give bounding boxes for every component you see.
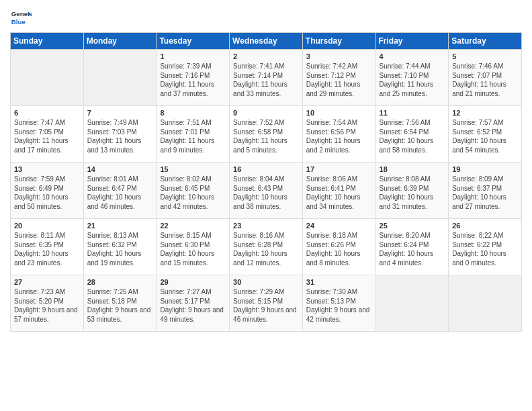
day-info: Sunrise: 8:16 AM Sunset: 6:28 PM Dayligh…	[233, 231, 299, 267]
day-info: Sunrise: 7:29 AM Sunset: 5:15 PM Dayligh…	[233, 287, 299, 324]
col-header-saturday: Saturday	[449, 33, 522, 50]
day-number: 13	[14, 165, 80, 173]
calendar-cell: 29Sunrise: 7:27 AM Sunset: 5:17 PM Dayli…	[157, 275, 230, 332]
day-number: 5	[452, 52, 518, 60]
calendar-cell: 20Sunrise: 8:11 AM Sunset: 6:35 PM Dayli…	[11, 219, 84, 275]
day-info: Sunrise: 8:13 AM Sunset: 6:32 PM Dayligh…	[87, 231, 153, 267]
day-info: Sunrise: 7:54 AM Sunset: 6:56 PM Dayligh…	[306, 118, 372, 154]
calendar-cell	[83, 50, 157, 106]
day-info: Sunrise: 8:06 AM Sunset: 6:41 PM Dayligh…	[306, 175, 372, 211]
calendar-cell	[449, 275, 522, 332]
day-info: Sunrise: 8:22 AM Sunset: 6:22 PM Dayligh…	[452, 231, 518, 267]
calendar-cell: 14Sunrise: 8:01 AM Sunset: 6:47 PM Dayli…	[83, 163, 157, 219]
day-number: 24	[306, 222, 372, 230]
calendar-cell: 22Sunrise: 8:15 AM Sunset: 6:30 PM Dayli…	[157, 219, 230, 275]
day-number: 8	[160, 109, 226, 117]
week-row-4: 20Sunrise: 8:11 AM Sunset: 6:35 PM Dayli…	[11, 219, 522, 275]
calendar-cell: 25Sunrise: 8:20 AM Sunset: 6:24 PM Dayli…	[375, 219, 449, 275]
calendar-cell: 30Sunrise: 7:29 AM Sunset: 5:15 PM Dayli…	[230, 275, 303, 332]
calendar-cell: 5Sunrise: 7:46 AM Sunset: 7:07 PM Daylig…	[449, 50, 522, 106]
calendar-cell: 15Sunrise: 8:02 AM Sunset: 6:45 PM Dayli…	[157, 163, 230, 219]
day-number: 27	[14, 278, 80, 286]
day-info: Sunrise: 7:41 AM Sunset: 7:14 PM Dayligh…	[233, 62, 299, 98]
day-number: 10	[306, 109, 372, 117]
calendar-table: SundayMondayTuesdayWednesdayThursdayFrid…	[10, 32, 522, 332]
calendar-cell: 9Sunrise: 7:52 AM Sunset: 6:58 PM Daylig…	[230, 106, 303, 163]
day-info: Sunrise: 7:23 AM Sunset: 5:20 PM Dayligh…	[14, 287, 80, 324]
day-number: 3	[306, 52, 372, 60]
day-number: 14	[87, 165, 153, 173]
page-header: General Blue	[10, 7, 522, 28]
calendar-cell: 16Sunrise: 8:04 AM Sunset: 6:43 PM Dayli…	[230, 163, 303, 219]
calendar-cell: 1Sunrise: 7:39 AM Sunset: 7:16 PM Daylig…	[157, 50, 230, 106]
col-header-thursday: Thursday	[302, 33, 375, 50]
day-info: Sunrise: 8:02 AM Sunset: 6:45 PM Dayligh…	[160, 175, 226, 211]
day-number: 26	[452, 222, 518, 230]
calendar-cell: 10Sunrise: 7:54 AM Sunset: 6:56 PM Dayli…	[302, 106, 375, 163]
calendar-cell: 12Sunrise: 7:57 AM Sunset: 6:52 PM Dayli…	[449, 106, 522, 163]
day-number: 2	[233, 52, 299, 60]
calendar-cell: 24Sunrise: 8:18 AM Sunset: 6:26 PM Dayli…	[302, 219, 375, 275]
week-row-1: 1Sunrise: 7:39 AM Sunset: 7:16 PM Daylig…	[11, 50, 522, 106]
calendar-cell: 19Sunrise: 8:09 AM Sunset: 6:37 PM Dayli…	[449, 163, 522, 219]
day-info: Sunrise: 7:47 AM Sunset: 7:05 PM Dayligh…	[14, 118, 80, 154]
calendar-cell: 28Sunrise: 7:25 AM Sunset: 5:18 PM Dayli…	[83, 275, 157, 332]
calendar-cell: 23Sunrise: 8:16 AM Sunset: 6:28 PM Dayli…	[230, 219, 303, 275]
day-info: Sunrise: 7:46 AM Sunset: 7:07 PM Dayligh…	[452, 62, 518, 98]
calendar-cell: 3Sunrise: 7:42 AM Sunset: 7:12 PM Daylig…	[302, 50, 375, 106]
day-number: 22	[160, 222, 226, 230]
day-info: Sunrise: 7:25 AM Sunset: 5:18 PM Dayligh…	[87, 287, 153, 324]
calendar-cell: 7Sunrise: 7:49 AM Sunset: 7:03 PM Daylig…	[83, 106, 157, 163]
calendar-cell: 27Sunrise: 7:23 AM Sunset: 5:20 PM Dayli…	[11, 275, 84, 332]
day-info: Sunrise: 7:51 AM Sunset: 7:01 PM Dayligh…	[160, 118, 226, 154]
day-info: Sunrise: 7:39 AM Sunset: 7:16 PM Dayligh…	[160, 62, 226, 98]
day-number: 1	[160, 52, 226, 60]
calendar-cell: 8Sunrise: 7:51 AM Sunset: 7:01 PM Daylig…	[157, 106, 230, 163]
day-number: 31	[306, 278, 372, 286]
day-number: 6	[14, 109, 80, 117]
day-number: 7	[87, 109, 153, 117]
day-number: 28	[87, 278, 153, 286]
day-number: 21	[87, 222, 153, 230]
col-header-monday: Monday	[83, 33, 157, 50]
day-info: Sunrise: 8:01 AM Sunset: 6:47 PM Dayligh…	[87, 175, 153, 211]
day-info: Sunrise: 8:08 AM Sunset: 6:39 PM Dayligh…	[380, 175, 445, 211]
day-number: 25	[380, 222, 445, 230]
day-number: 29	[160, 278, 226, 286]
calendar-cell: 18Sunrise: 8:08 AM Sunset: 6:39 PM Dayli…	[375, 163, 449, 219]
day-number: 4	[380, 52, 445, 60]
svg-text:Blue: Blue	[11, 18, 26, 26]
logo-icon: General Blue	[10, 7, 32, 28]
calendar-cell: 13Sunrise: 7:59 AM Sunset: 6:49 PM Dayli…	[11, 163, 84, 219]
calendar-cell: 21Sunrise: 8:13 AM Sunset: 6:32 PM Dayli…	[83, 219, 157, 275]
day-number: 20	[14, 222, 80, 230]
day-info: Sunrise: 8:04 AM Sunset: 6:43 PM Dayligh…	[233, 175, 299, 211]
day-number: 19	[452, 165, 518, 173]
day-info: Sunrise: 8:20 AM Sunset: 6:24 PM Dayligh…	[380, 231, 445, 267]
day-info: Sunrise: 7:57 AM Sunset: 6:52 PM Dayligh…	[452, 118, 518, 154]
calendar-cell: 6Sunrise: 7:47 AM Sunset: 7:05 PM Daylig…	[11, 106, 84, 163]
day-info: Sunrise: 8:09 AM Sunset: 6:37 PM Dayligh…	[452, 175, 518, 211]
calendar-cell: 4Sunrise: 7:44 AM Sunset: 7:10 PM Daylig…	[375, 50, 449, 106]
day-info: Sunrise: 7:42 AM Sunset: 7:12 PM Dayligh…	[306, 62, 372, 98]
day-number: 9	[233, 109, 299, 117]
calendar-cell: 26Sunrise: 8:22 AM Sunset: 6:22 PM Dayli…	[449, 219, 522, 275]
day-number: 16	[233, 165, 299, 173]
week-row-2: 6Sunrise: 7:47 AM Sunset: 7:05 PM Daylig…	[11, 106, 522, 163]
week-row-5: 27Sunrise: 7:23 AM Sunset: 5:20 PM Dayli…	[11, 275, 522, 332]
day-info: Sunrise: 7:52 AM Sunset: 6:58 PM Dayligh…	[233, 118, 299, 154]
calendar-cell	[375, 275, 449, 332]
day-info: Sunrise: 7:56 AM Sunset: 6:54 PM Dayligh…	[380, 118, 445, 154]
calendar-cell: 2Sunrise: 7:41 AM Sunset: 7:14 PM Daylig…	[230, 50, 303, 106]
calendar-cell: 17Sunrise: 8:06 AM Sunset: 6:41 PM Dayli…	[302, 163, 375, 219]
day-number: 23	[233, 222, 299, 230]
col-header-wednesday: Wednesday	[230, 33, 303, 50]
col-header-friday: Friday	[375, 33, 449, 50]
day-info: Sunrise: 8:18 AM Sunset: 6:26 PM Dayligh…	[306, 231, 372, 267]
calendar-cell	[11, 50, 84, 106]
day-info: Sunrise: 7:49 AM Sunset: 7:03 PM Dayligh…	[87, 118, 153, 154]
day-number: 15	[160, 165, 226, 173]
day-info: Sunrise: 7:27 AM Sunset: 5:17 PM Dayligh…	[160, 287, 226, 324]
week-row-3: 13Sunrise: 7:59 AM Sunset: 6:49 PM Dayli…	[11, 163, 522, 219]
day-number: 30	[233, 278, 299, 286]
